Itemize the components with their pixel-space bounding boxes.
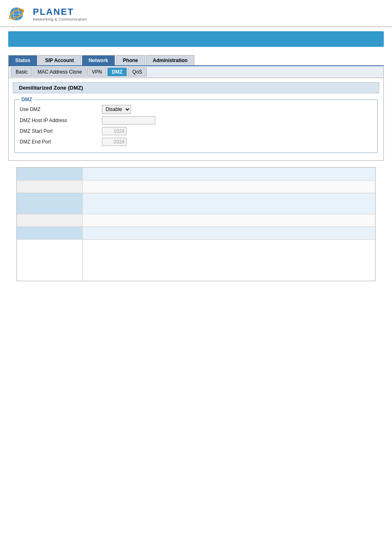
lower-cell-label-2 (17, 180, 83, 193)
main-panel: Demilitarized Zone (DMZ) DMZ Use DMZ Dis… (8, 78, 384, 161)
lower-cell-label-6 (17, 240, 83, 281)
subtab-qos[interactable]: QoS (128, 67, 147, 76)
lower-row-6 (17, 240, 375, 281)
main-content: Status SIP Account Network Phone Adminis… (0, 51, 392, 285)
lower-table (16, 167, 376, 281)
dmz-end-port-label: DMZ End Port (20, 139, 102, 145)
svg-point-5 (22, 10, 24, 12)
tab-network[interactable]: Network (82, 55, 115, 65)
lower-cell-value-6 (83, 240, 375, 281)
dmz-host-ip-label: DMZ Host IP Address (20, 118, 102, 123)
tab-status[interactable]: Status (8, 55, 37, 65)
dmz-host-ip-input[interactable] (102, 116, 155, 125)
lower-cell-value-1 (83, 168, 375, 180)
use-dmz-select[interactable]: Disable Enable (102, 105, 131, 114)
lower-cell-value-2 (83, 180, 375, 193)
logo-planet-label: PLANET (33, 7, 87, 17)
header: PLANET Networking & Communication (0, 0, 392, 27)
blue-banner (8, 31, 384, 47)
lower-row-1 (17, 168, 375, 180)
lower-cell-label-5 (17, 227, 83, 239)
logo-area: PLANET Networking & Communication (8, 5, 87, 23)
subtab-basic[interactable]: Basic (11, 67, 32, 76)
dmz-start-port-input[interactable] (102, 127, 127, 135)
section-title: Demilitarized Zone (DMZ) (13, 82, 379, 93)
dmz-start-port-label: DMZ Start Port (20, 128, 102, 134)
lower-cell-label-3 (17, 193, 83, 214)
lower-row-3 (17, 193, 375, 214)
lower-cell-label-1 (17, 168, 83, 180)
lower-cell-value-5 (83, 227, 375, 239)
use-dmz-label: Use DMZ (20, 106, 102, 112)
lower-cell-label-4 (17, 214, 83, 227)
dmz-fieldset: DMZ Use DMZ Disable Enable DMZ Host IP A… (14, 97, 378, 153)
lower-row-5 (17, 227, 375, 240)
planet-logo-icon (8, 5, 30, 23)
subtab-dmz[interactable]: DMZ (107, 67, 127, 76)
lower-cell-value-4 (83, 214, 375, 227)
dmz-start-port-row: DMZ Start Port (20, 127, 372, 135)
dmz-legend: DMZ (20, 97, 34, 102)
subtab-mac-address-clone[interactable]: MAC Address Clone (33, 67, 86, 76)
dmz-end-port-row: DMZ End Port (20, 138, 372, 146)
lower-row-2 (17, 180, 375, 193)
top-nav-tabs: Status SIP Account Network Phone Adminis… (8, 55, 384, 65)
logo-sub-label: Networking & Communication (33, 17, 87, 21)
tab-phone[interactable]: Phone (116, 55, 145, 65)
logo-text: PLANET Networking & Communication (33, 7, 87, 21)
tab-sip-account[interactable]: SIP Account (38, 55, 81, 65)
dmz-host-ip-row: DMZ Host IP Address (20, 116, 372, 125)
lower-cell-value-3 (83, 193, 375, 214)
tab-administration[interactable]: Administration (146, 55, 195, 65)
lower-row-4 (17, 214, 375, 227)
subtab-vpn[interactable]: VPN (87, 67, 106, 76)
use-dmz-row: Use DMZ Disable Enable (20, 105, 372, 114)
sub-nav-tabs: Basic MAC Address Clone VPN DMZ QoS (8, 65, 384, 78)
dmz-end-port-input[interactable] (102, 138, 127, 146)
